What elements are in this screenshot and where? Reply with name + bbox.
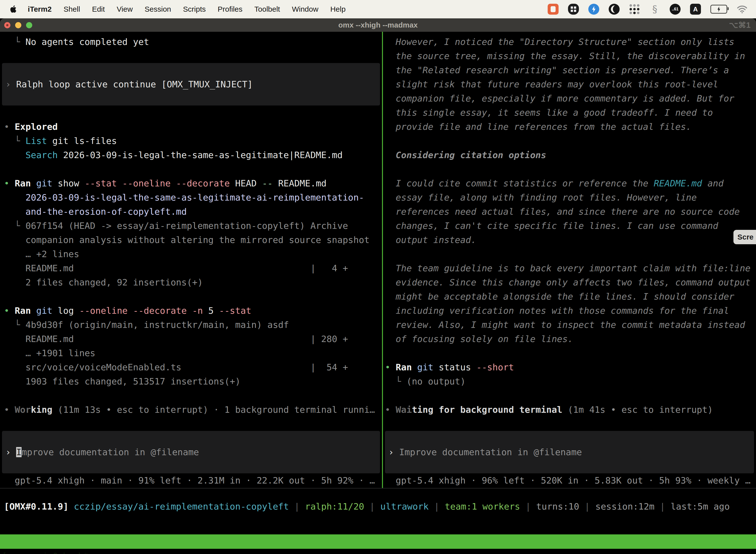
pane-divider[interactable] [382, 32, 383, 488]
reasoning-line: this single essay, it seems like a good … [383, 106, 756, 120]
dots-grid-icon[interactable] [629, 4, 640, 15]
reasoning-line: However, I noticed the "Directory Struct… [383, 35, 756, 49]
menu-item-scripts[interactable]: Scripts [177, 5, 212, 13]
waiting-status-line: • Waiting for background terminal (1m 41… [383, 403, 756, 417]
omx-project-path: cczip/essay/ai-reimplementation-copyleft [74, 501, 289, 511]
window-shortcut-badge: ⌥⌘1 [729, 20, 751, 30]
menu-item-toolbelt[interactable]: Toolbelt [249, 5, 286, 13]
git-log-output: … +1901 lines [0, 346, 382, 360]
git-show-output: 2026-03-09-is-legal-the-same-as-legitima… [0, 190, 382, 205]
menu-item-shell[interactable]: Shell [58, 5, 86, 13]
omx-status-bar: [OMX#0.11.9] cczip/essay/ai-reimplementa… [4, 499, 730, 513]
git-status-output: └ (no output) [383, 374, 756, 388]
moon-circle-icon[interactable] [609, 4, 620, 15]
working-status-line: • Working (11m 13s • esc to interrupt) ·… [0, 403, 382, 417]
tree-glyph: └ [15, 221, 25, 231]
messenger-bolt-icon[interactable] [588, 4, 599, 15]
reasoning-line: slight risk that future readers may over… [383, 77, 756, 91]
reasoning-line: references need actual files, and since … [383, 205, 756, 219]
reasoning-line: companion file, especially if more comme… [383, 91, 756, 106]
git-log-command: • Ran git log --oneline --decorate -n 5 … [0, 303, 382, 318]
right-prompt-input[interactable]: › Improve documentation in @filename [385, 431, 754, 473]
explored-header: • Explored [0, 120, 382, 134]
omx-ultrawork-badge: ultrawork [380, 501, 429, 511]
reasoning-line: of focusing solely on file lines. [383, 332, 756, 346]
git-show-stat-line: README.md | 4 + [0, 261, 382, 275]
reasoning-line: including verification notes with those … [383, 303, 756, 318]
bullet-glyph: • [385, 404, 396, 415]
text-cursor: I [16, 447, 21, 457]
horizontal-separator [0, 488, 756, 489]
bullet-glyph: • [4, 306, 15, 316]
bullet-glyph: • [385, 362, 396, 372]
shield-grid-icon[interactable] [568, 4, 579, 15]
timer-badge-icon[interactable]: ..61 [670, 4, 681, 15]
prompt-chevron: › [388, 447, 399, 457]
git-show-output: └ 067f154 (HEAD -> essay/ai-reimplementa… [0, 219, 382, 233]
menu-bar-status-icons: § ..61 A [548, 4, 748, 15]
git-show-command: • Ran git show --stat --oneline --decora… [0, 176, 382, 190]
reasoning-line: essay file, along with finding root file… [383, 190, 756, 205]
explored-list-line: └ List git ls-files [0, 134, 382, 148]
omx-last-activity: last:5m ago [671, 501, 730, 511]
menu-item-window[interactable]: Window [286, 5, 324, 13]
iterm-window: omx --xhigh --madmax ⌥⌘1 └ No agents com… [0, 18, 756, 554]
a-app-icon[interactable]: A [690, 4, 701, 15]
readme-file-reference: README.md [654, 178, 702, 188]
reasoning-line: changes, I can't cite specific file line… [383, 219, 756, 233]
menu-item-app[interactable]: iTerm2 [22, 5, 58, 13]
tmux-status-bar: [omx-cczip0:bash* "MacBook-Pro-44.local"… [0, 535, 756, 549]
git-log-stat-line: README.md | 280 + [0, 332, 382, 346]
git-show-output: … +2 lines [0, 247, 382, 261]
menu-item-profiles[interactable]: Profiles [211, 5, 248, 13]
reasoning-line: the "Related research writing" section i… [383, 63, 756, 77]
wifi-icon[interactable] [737, 4, 748, 15]
reasoning-line: might be acceptable alongside the file l… [383, 289, 756, 303]
screen-share-tab[interactable]: Scre [734, 230, 756, 244]
reasoning-line: the source tree, missing the essay. Stil… [383, 49, 756, 63]
title-bar: omx --xhigh --madmax ⌥⌘1 [0, 18, 756, 32]
inject-banner: › Ralph loop active continue [OMX_TMUX_I… [2, 63, 380, 106]
tmux-session-window[interactable]: [omx-cczip0:bash* [2, 549, 88, 554]
chevron-glyph: › [5, 79, 16, 89]
prompt-chevron: › [5, 447, 16, 457]
git-show-stat-line: 2 files changed, 92 insertions(+) [0, 275, 382, 289]
omx-session-time: session:12m [595, 501, 654, 511]
squiggle-icon[interactable]: § [649, 4, 660, 15]
omx-turns: turns:10 [536, 501, 579, 511]
reasoning-line: evidence. Since this change only affects… [383, 275, 756, 289]
reasoning-line: output instead. [383, 233, 756, 247]
git-show-output: companion analysis without altering the … [0, 233, 382, 247]
bullet-glyph: • [4, 122, 15, 132]
git-status-command: • Ran git status --short [383, 360, 756, 374]
menu-bar: iTerm2 Shell Edit View Session Scripts P… [0, 0, 756, 18]
reasoning-line: The team guideline is to back every impo… [383, 261, 756, 275]
omx-ralph-counter: ralph:11/20 [305, 501, 364, 511]
left-terminal-pane: └ No agents completed yet › Ralph loop a… [0, 35, 382, 488]
right-terminal-pane: However, I noticed the "Directory Struct… [383, 35, 756, 488]
git-log-stat-line: 1903 files changed, 513517 insertions(+) [0, 374, 382, 388]
chat-app-icon[interactable] [548, 4, 559, 15]
menu-item-edit[interactable]: Edit [86, 5, 111, 13]
reasoning-heading: Considering citation options [383, 148, 756, 162]
reasoning-line: I could cite commit statistics or refere… [383, 176, 756, 190]
window-title: omx --xhigh --madmax [0, 21, 756, 29]
battery-icon[interactable] [710, 5, 727, 14]
git-log-stat-line: src/voice/voiceModeEnabled.ts | 54 + [0, 360, 382, 374]
git-show-output: and-the-erosion-of-copyleft.md [0, 205, 382, 219]
menu-item-help[interactable]: Help [324, 5, 352, 13]
apple-menu-icon[interactable] [10, 5, 17, 13]
omx-team-badge: team:1 workers [445, 501, 520, 511]
left-prompt-input[interactable]: › Improve documentation in @filename [2, 431, 380, 473]
menu-item-session[interactable]: Session [139, 5, 177, 13]
reasoning-line: provide file and line references from th… [383, 120, 756, 134]
tree-glyph: └ [396, 376, 406, 386]
tree-glyph: └ [15, 320, 25, 330]
omx-version: [OMX#0.11.9] [4, 501, 74, 511]
menu-item-view[interactable]: View [111, 5, 139, 13]
left-model-status-line: gpt-5.4 xhigh · main · 91% left · 2.31M … [0, 473, 382, 488]
tree-glyph: └ [15, 136, 25, 146]
right-model-status-line: gpt-5.4 xhigh · 96% left · 520K in · 5.8… [383, 473, 756, 488]
explored-search-line: Search 2026-03-09-is-legal-the-same-as-l… [0, 148, 382, 162]
bullet-glyph: • [4, 404, 15, 415]
